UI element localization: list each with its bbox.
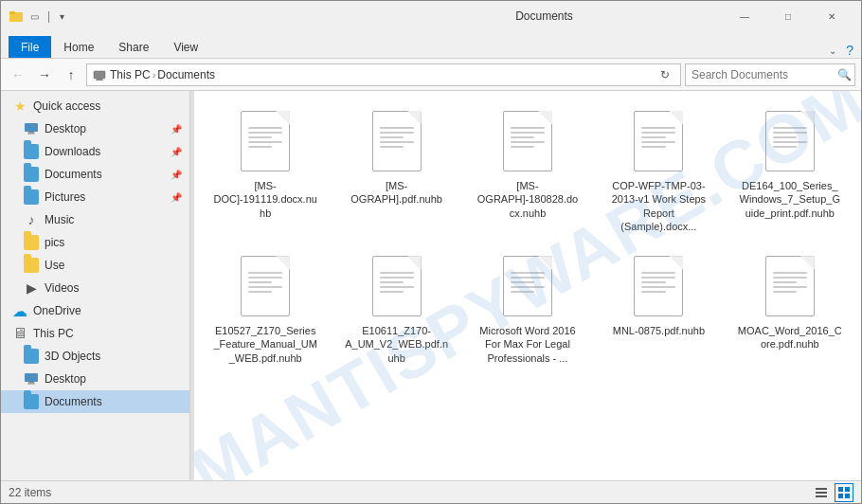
qs-dropdown[interactable]: ▾ xyxy=(57,9,67,24)
sidebar-item-downloads[interactable]: Downloads 📌 xyxy=(1,140,189,163)
videos-icon: ▶ xyxy=(24,280,39,296)
large-icons-view-button[interactable] xyxy=(835,483,853,502)
file-name-3: [MS-OGRAPH]-180828.docx.nuhb xyxy=(476,179,580,220)
svg-rect-7 xyxy=(28,132,34,134)
forward-button[interactable]: → xyxy=(33,63,56,86)
address-path: This PC › Documents xyxy=(93,68,652,81)
tab-home[interactable]: Home xyxy=(51,36,106,58)
doc-lines-5 xyxy=(773,127,807,148)
doc-line xyxy=(773,132,807,134)
quick-access-toolbar: ▭ │ ▾ xyxy=(27,9,67,24)
tab-view[interactable]: View xyxy=(161,36,210,58)
doc-line xyxy=(511,127,545,129)
explorer-window: ▭ │ ▾ Documents — □ ✕ File Home Share Vi… xyxy=(0,0,862,504)
file-item-4[interactable]: COP-WFP-TMP-03-2013-v1 Work Steps Report… xyxy=(595,99,722,240)
sidebar-item-documents[interactable]: Documents 📌 xyxy=(1,163,189,186)
doc-line xyxy=(248,291,272,293)
up-button[interactable]: ↑ xyxy=(60,63,82,86)
doc-line xyxy=(380,286,414,288)
close-button[interactable]: ✕ xyxy=(810,1,853,31)
ribbon: File Home Share View ⌄ ? xyxy=(1,31,861,59)
doc-line xyxy=(511,132,545,134)
thispc-icon: 🖥 xyxy=(12,326,27,341)
doc-line xyxy=(511,146,534,148)
help-button[interactable]: ? xyxy=(846,43,853,58)
desktop-icon xyxy=(24,121,39,136)
sidebar-item-quick-access[interactable]: ★ Quick access xyxy=(1,95,189,117)
svg-rect-6 xyxy=(25,123,38,132)
sidebar-item-pics[interactable]: pics xyxy=(1,231,189,254)
doc-icon-3 xyxy=(503,111,552,171)
doc-line xyxy=(511,272,545,274)
file-item-1[interactable]: [MS-DOC]-191119.docx.nuhb xyxy=(202,99,329,240)
doc-line xyxy=(641,136,665,138)
main-area: ★ Quick access Desktop 📌 Downloads 📌 xyxy=(1,91,861,480)
search-icon[interactable]: 🔍 xyxy=(837,68,852,81)
ribbon-expand[interactable]: ⌄ xyxy=(823,44,842,58)
file-icon-4 xyxy=(630,107,687,175)
doc-line xyxy=(641,286,675,288)
back-button[interactable]: ← xyxy=(7,63,29,86)
doc-line xyxy=(773,291,797,293)
tab-share[interactable]: Share xyxy=(106,36,161,58)
doc-lines-9 xyxy=(641,272,675,293)
path-sep1: › xyxy=(153,69,156,81)
ribbon-tabs: File Home Share View ⌄ ? xyxy=(1,31,861,58)
sidebar-label-documents2: Documents xyxy=(45,395,182,408)
file-name-7: E10611_Z170-A_UM_V2_WEB.pdf.nuhb xyxy=(345,324,449,365)
sidebar-item-documents2[interactable]: Documents xyxy=(1,390,189,413)
sidebar-item-desktop[interactable]: Desktop 📌 xyxy=(1,117,189,140)
doc-line xyxy=(380,132,414,134)
maximize-button[interactable]: □ xyxy=(766,1,810,31)
sidebar-item-3d-objects[interactable]: 3D Objects xyxy=(1,345,189,368)
desktop2-icon xyxy=(24,371,39,387)
file-item-3[interactable]: [MS-OGRAPH]-180828.docx.nuhb xyxy=(464,99,591,240)
file-item-8[interactable]: Microsoft Word 2016 For Max For Legal Pr… xyxy=(464,243,591,371)
doc-line xyxy=(641,281,665,283)
svg-rect-14 xyxy=(816,495,827,497)
sidebar-label-desktop: Desktop xyxy=(45,122,165,135)
sidebar-item-onedrive[interactable]: ☁ OneDrive xyxy=(1,299,189,322)
file-icon-3 xyxy=(499,107,556,175)
svg-rect-15 xyxy=(838,487,843,492)
doc-icon-10 xyxy=(765,256,815,316)
status-bar: 22 items xyxy=(1,480,861,503)
file-item-9[interactable]: MNL-0875.pdf.nuhb xyxy=(595,243,722,371)
sidebar-label-3d: 3D Objects xyxy=(45,350,182,363)
sidebar-item-this-pc[interactable]: 🖥 This PC xyxy=(1,322,189,345)
file-item-2[interactable]: [MS-OGRAPH].pdf.nuhb xyxy=(332,99,459,240)
search-input[interactable] xyxy=(691,68,834,81)
sidebar-item-desktop2[interactable]: Desktop xyxy=(1,368,189,390)
sidebar-item-videos[interactable]: ▶ Videos xyxy=(1,277,189,299)
sidebar: ★ Quick access Desktop 📌 Downloads 📌 xyxy=(1,91,190,480)
file-item-10[interactable]: MOAC_Word_2016_Core.pdf.nuhb xyxy=(727,243,853,371)
file-grid: [MS-DOC]-191119.docx.nuhb xyxy=(194,91,861,379)
svg-rect-10 xyxy=(28,382,34,384)
sidebar-label-onedrive: OneDrive xyxy=(33,304,182,317)
doc-line xyxy=(773,277,807,279)
doc-line xyxy=(773,146,797,148)
svg-rect-5 xyxy=(96,80,103,81)
doc-lines-7 xyxy=(380,272,414,293)
address-bar[interactable]: This PC › Documents ↻ xyxy=(86,63,681,86)
refresh-button[interactable]: ↻ xyxy=(655,65,674,84)
file-icon-2 xyxy=(368,107,425,175)
search-box[interactable]: 🔍 xyxy=(685,63,855,86)
file-item-6[interactable]: E10527_Z170_Series_Feature_Manual_UM_WEB… xyxy=(202,243,329,371)
doc-line xyxy=(773,272,807,274)
doc-line xyxy=(641,141,675,143)
file-name-1: [MS-DOC]-191119.docx.nuhb xyxy=(213,179,317,220)
doc-lines-8 xyxy=(511,272,545,293)
file-item-7[interactable]: E10611_Z170-A_UM_V2_WEB.pdf.nuhb xyxy=(332,243,459,371)
music-icon: ♪ xyxy=(24,212,39,227)
sidebar-item-use[interactable]: Use xyxy=(1,254,189,277)
doc-lines-4 xyxy=(641,127,675,148)
details-view-button[interactable] xyxy=(812,483,831,502)
qs-icon1: ▭ xyxy=(27,9,42,24)
sidebar-item-music[interactable]: ♪ Music xyxy=(1,208,189,231)
minimize-button[interactable]: — xyxy=(723,1,766,31)
file-item-5[interactable]: DE164_100_Series_Windows_7_Setup_Guide_p… xyxy=(727,99,853,240)
doc-line xyxy=(248,281,272,283)
tab-file[interactable]: File xyxy=(9,36,51,58)
sidebar-item-pictures[interactable]: Pictures 📌 xyxy=(1,186,189,208)
